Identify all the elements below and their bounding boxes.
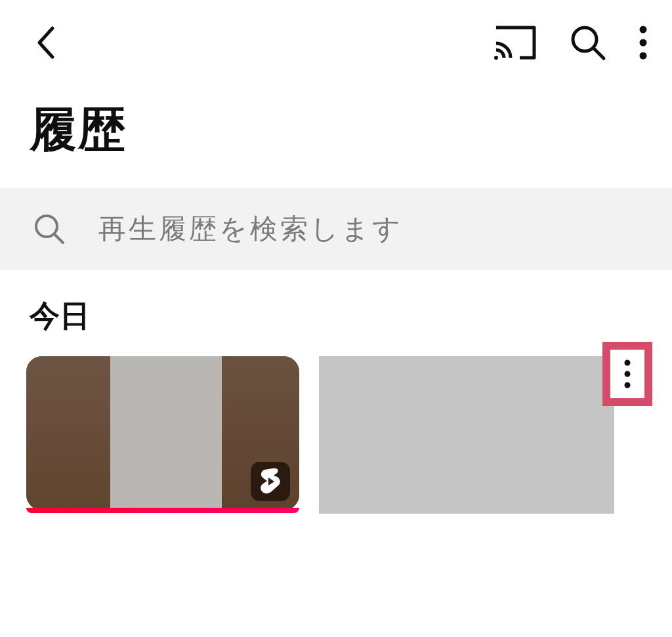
svg-line-6 [54, 234, 63, 243]
history-search-bar[interactable]: 再生履歴を検索します [0, 188, 672, 270]
more-vertical-icon [639, 26, 647, 60]
thumbnail-region [26, 356, 110, 510]
header-right [494, 24, 647, 61]
watch-progress-bar [26, 508, 299, 513]
svg-point-4 [640, 52, 647, 60]
more-vertical-icon [624, 360, 631, 388]
svg-point-10 [625, 382, 631, 388]
cast-icon [494, 25, 537, 60]
svg-point-9 [625, 371, 631, 377]
search-bar-icon-box [33, 213, 66, 245]
search-icon [570, 24, 606, 61]
item-options-button[interactable] [602, 342, 652, 406]
cast-button[interactable] [494, 25, 537, 60]
section-header-today: 今日 [0, 270, 672, 356]
shorts-icon [259, 468, 282, 495]
svg-point-8 [625, 360, 631, 366]
shorts-badge [251, 462, 290, 501]
more-options-button[interactable] [639, 26, 647, 60]
search-icon [33, 213, 66, 245]
search-button[interactable] [570, 24, 606, 61]
video-thumbnail[interactable] [319, 356, 614, 514]
chevron-left-icon [33, 23, 59, 62]
app-header [0, 0, 672, 85]
svg-point-2 [640, 26, 647, 33]
back-button[interactable] [33, 23, 59, 62]
thumbnail-region [110, 356, 222, 510]
history-item [26, 356, 299, 510]
history-item [319, 356, 646, 514]
svg-point-3 [640, 39, 647, 47]
page-title: 履歴 [0, 85, 672, 188]
header-left [33, 23, 59, 62]
history-items-row [0, 356, 672, 514]
video-thumbnail-shorts[interactable] [26, 356, 299, 510]
svg-line-1 [593, 48, 604, 58]
search-placeholder: 再生履歴を検索します [98, 211, 403, 247]
